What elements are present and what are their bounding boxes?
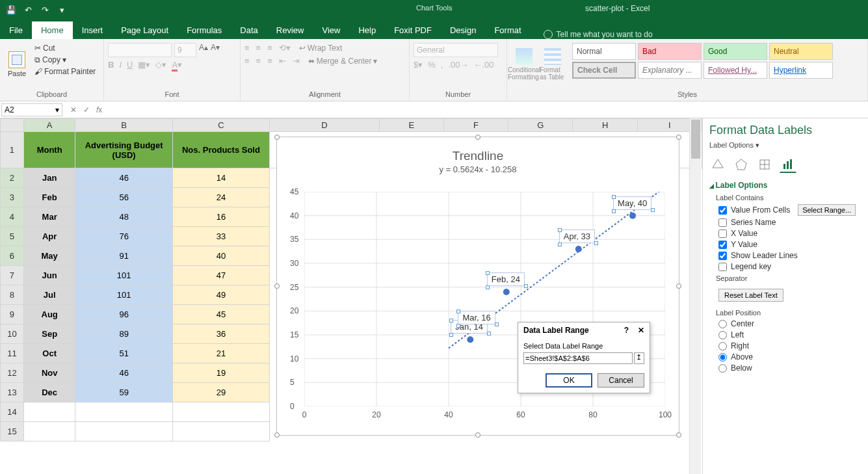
- cell-C8[interactable]: 49: [172, 285, 269, 305]
- wrap-text-button[interactable]: ↩Wrap Text: [297, 43, 345, 53]
- select-range-button[interactable]: Select Range...: [798, 204, 856, 216]
- style-explanatory[interactable]: Explanatory ...: [638, 62, 702, 79]
- cell-C10[interactable]: 36: [172, 324, 269, 344]
- conditional-formatting-button[interactable]: Conditional Formatting: [511, 43, 537, 86]
- tab-page-layout[interactable]: Page Layout: [112, 21, 178, 39]
- cell-A7[interactable]: Jun: [23, 266, 75, 285]
- font-name-dropdown[interactable]: [108, 43, 172, 57]
- style-bad[interactable]: Bad: [638, 43, 702, 60]
- cell-B5[interactable]: 76: [75, 227, 172, 246]
- number-format-dropdown[interactable]: General: [414, 43, 498, 57]
- format-as-table-button[interactable]: Format as Table: [540, 43, 566, 86]
- chk-value-from-cells[interactable]: Value From CellsSelect Range...: [718, 204, 861, 216]
- row-header-7[interactable]: 7: [1, 266, 24, 285]
- header-sold[interactable]: Nos. Products Sold: [172, 132, 269, 168]
- cell-B7[interactable]: 101: [75, 266, 172, 285]
- cell-B12[interactable]: 46: [75, 363, 172, 383]
- name-box[interactable]: A2▾: [1, 103, 62, 116]
- grow-font-icon[interactable]: A▴: [199, 43, 208, 57]
- size-props-icon[interactable]: [756, 156, 773, 173]
- font-size-dropdown[interactable]: 9: [174, 43, 196, 57]
- ok-button[interactable]: OK: [546, 373, 592, 388]
- align-center-icon[interactable]: ≡: [256, 56, 261, 66]
- row-header-15[interactable]: 15: [1, 422, 24, 441]
- help-icon[interactable]: ?: [624, 326, 629, 335]
- fx-icon[interactable]: fx: [96, 105, 102, 114]
- radio-left[interactable]: Left: [718, 330, 861, 339]
- inc-decimal-icon[interactable]: .00→: [448, 60, 468, 70]
- reset-label-text-button[interactable]: Reset Label Text: [718, 289, 783, 302]
- cut-button[interactable]: ✂Cut: [33, 43, 98, 53]
- merge-center-button[interactable]: ⬌Merge & Center ▾: [306, 56, 380, 66]
- cell-B4[interactable]: 48: [75, 207, 172, 227]
- row-header-13[interactable]: 13: [1, 383, 24, 402]
- range-input[interactable]: [523, 352, 633, 364]
- label-options-header[interactable]: Label Options: [709, 181, 861, 190]
- paste-button[interactable]: Paste: [4, 43, 30, 86]
- cell-B9[interactable]: 96: [75, 305, 172, 324]
- tab-file[interactable]: File: [0, 21, 32, 39]
- cell-C12[interactable]: 19: [172, 363, 269, 383]
- formula-input[interactable]: [109, 103, 868, 116]
- italic-button[interactable]: I: [119, 60, 122, 70]
- style-neutral[interactable]: Neutral: [769, 43, 833, 60]
- data-label[interactable]: May, 40: [613, 196, 651, 210]
- align-right-icon[interactable]: ≡: [267, 56, 272, 66]
- cell-C2[interactable]: 14: [172, 168, 269, 188]
- radio-center[interactable]: Center: [718, 319, 861, 328]
- style-hyperlink[interactable]: Hyperlink: [769, 62, 833, 79]
- cell-A6[interactable]: May: [23, 246, 75, 266]
- cell-C5[interactable]: 33: [172, 227, 269, 246]
- cell-C6[interactable]: 40: [172, 246, 269, 266]
- label-options-icon[interactable]: [780, 156, 796, 173]
- row-header-5[interactable]: 5: [1, 227, 24, 246]
- pane-subtitle[interactable]: Label Options ▾: [709, 141, 861, 150]
- row-header-8[interactable]: 8: [1, 285, 24, 305]
- cell-C4[interactable]: 16: [172, 207, 269, 227]
- row-header-1[interactable]: 1: [1, 132, 24, 168]
- cell-B11[interactable]: 51: [75, 344, 172, 363]
- cell-A11[interactable]: Oct: [23, 344, 75, 363]
- tab-data[interactable]: Data: [231, 21, 267, 39]
- chk-x-value[interactable]: X Value: [718, 229, 861, 238]
- header-month[interactable]: Month: [23, 132, 75, 168]
- cell-A5[interactable]: Apr: [23, 227, 75, 246]
- cell-C7[interactable]: 47: [172, 266, 269, 285]
- cell-C13[interactable]: 29: [172, 383, 269, 402]
- cell-A3[interactable]: Feb: [23, 188, 75, 207]
- tab-help[interactable]: Help: [349, 21, 385, 39]
- row-header-4[interactable]: 4: [1, 207, 24, 227]
- cell-B3[interactable]: 56: [75, 188, 172, 207]
- style-followed-hyperlink[interactable]: Followed Hy...: [704, 62, 767, 79]
- style-normal[interactable]: Normal: [572, 43, 636, 60]
- fill-line-icon[interactable]: [709, 156, 726, 173]
- radio-below[interactable]: Below: [718, 363, 861, 373]
- copy-button[interactable]: ⧉Copy ▾: [33, 55, 98, 65]
- col-header-B[interactable]: B: [75, 119, 172, 132]
- font-color-button[interactable]: A▾: [172, 60, 182, 70]
- cancel-button[interactable]: Cancel: [598, 373, 644, 388]
- tab-home[interactable]: Home: [32, 21, 73, 39]
- data-label[interactable]: Feb, 24: [487, 272, 525, 286]
- col-header-A[interactable]: A: [23, 119, 75, 132]
- format-painter-button[interactable]: 🖌Format Painter: [33, 66, 98, 77]
- col-header-E[interactable]: E: [379, 119, 443, 132]
- col-header-H[interactable]: H: [573, 119, 637, 132]
- col-header-G[interactable]: G: [508, 119, 573, 132]
- align-left-icon[interactable]: ≡: [244, 56, 250, 66]
- header-budget[interactable]: Advertising Budget (USD): [75, 132, 172, 168]
- worksheet-grid[interactable]: A B C D E F G H I 1 Month Advertising Bu…: [0, 118, 702, 474]
- percent-icon[interactable]: %: [428, 60, 436, 70]
- cell-A13[interactable]: Dec: [23, 383, 75, 402]
- cell-A9[interactable]: Aug: [23, 305, 75, 324]
- cell-C3[interactable]: 24: [172, 188, 269, 207]
- chk-legend-key[interactable]: Legend key: [718, 262, 861, 271]
- chk-y-value[interactable]: Y Value: [718, 240, 861, 249]
- enter-formula-icon[interactable]: ✓: [83, 105, 90, 114]
- cell-A10[interactable]: Sep: [23, 324, 75, 344]
- border-button[interactable]: ▦▾: [138, 60, 150, 70]
- tab-design[interactable]: Design: [441, 21, 485, 39]
- tab-insert[interactable]: Insert: [73, 21, 112, 39]
- cell-B2[interactable]: 46: [75, 168, 172, 188]
- tell-me-search[interactable]: Tell me what you want to do: [544, 30, 653, 39]
